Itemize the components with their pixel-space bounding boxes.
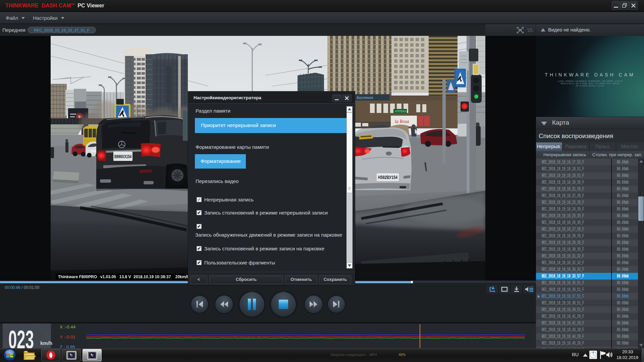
svg-text:АПТЕКА: АПТЕКА: [395, 110, 407, 113]
svg-text:Н582ВУ154: Н582ВУ154: [378, 175, 397, 180]
svg-text:Thinkware F800PRO v1.03.05: Thinkware F800PRO v1.03.05 13.8 V: [58, 275, 131, 279]
svg-text:la Rosa: la Rosa: [395, 119, 409, 124]
svg-text:Багетная: Багетная: [356, 95, 373, 100]
svg-text:2018.10.19 10:38:37 20km/h: 2018.10.19 10:38:37 20km/h: [133, 275, 189, 279]
svg-text:В999ХХ154: В999ХХ154: [114, 154, 131, 159]
